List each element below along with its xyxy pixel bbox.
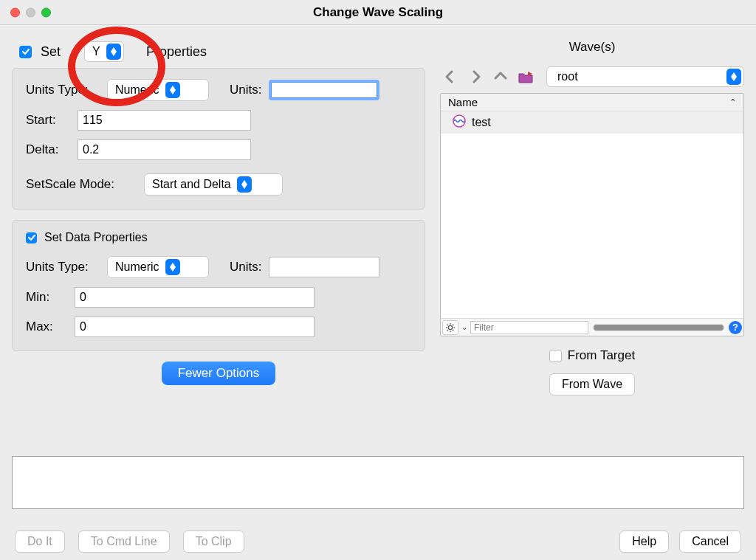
start-label: Start: [26, 113, 70, 128]
root-folder-value: root [554, 70, 725, 83]
max-input[interactable] [75, 317, 315, 337]
svg-line-17 [453, 330, 453, 331]
zoom-window-button[interactable] [41, 7, 51, 17]
svg-marker-3 [170, 90, 176, 94]
to-clip-button[interactable]: To Clip [183, 530, 244, 553]
nav-back-button[interactable] [440, 68, 461, 86]
units-type-value: Numeric [115, 83, 164, 97]
delta-input[interactable] [78, 139, 251, 160]
set-axis-label-suffix: Properties [146, 44, 207, 60]
data-units-type-value: Numeric [115, 260, 164, 274]
gear-menu-button[interactable] [442, 320, 458, 335]
command-textarea[interactable] [12, 456, 744, 509]
nav-up-button[interactable] [490, 68, 511, 86]
do-it-button[interactable]: Do It [15, 530, 65, 553]
waves-list-body[interactable] [441, 134, 743, 318]
set-axis-label-prefix: Set [41, 44, 61, 60]
set-data-properties-checkbox[interactable] [26, 232, 37, 243]
title-bar: Change Wave Scaling [0, 0, 756, 25]
axis-select-value: Y [92, 45, 105, 58]
svg-marker-9 [731, 77, 737, 81]
close-window-button[interactable] [10, 7, 20, 17]
gear-dropdown-icon: ⌄ [461, 323, 467, 331]
svg-line-16 [447, 324, 448, 325]
name-column-header: Name [448, 96, 478, 108]
waves-title: Wave(s) [440, 40, 744, 55]
data-units-input[interactable] [269, 257, 379, 277]
data-properties-panel: Set Data Properties Units Type: Numeric … [12, 220, 425, 351]
setscale-mode-select[interactable]: Start and Delta [144, 173, 283, 196]
start-input[interactable] [78, 110, 251, 131]
help-badge-icon[interactable]: ? [729, 321, 742, 334]
data-units-type-label: Units Type: [26, 260, 100, 274]
right-column: Wave(s) root [440, 32, 744, 457]
from-target-row: From Target [440, 348, 744, 363]
waves-list-footer: ⌄ ? [441, 318, 743, 336]
select-arrows-icon [237, 176, 252, 193]
waves-list-header[interactable]: Name ⌃ [441, 94, 743, 111]
units-label: Units: [230, 83, 261, 97]
svg-marker-1 [111, 52, 117, 56]
wave-icon [453, 114, 466, 131]
data-units-type-select[interactable]: Numeric [107, 256, 209, 278]
set-data-properties-label: Set Data Properties [44, 231, 148, 244]
units-type-select[interactable]: Numeric [107, 79, 209, 101]
units-input[interactable] [269, 80, 379, 100]
svg-marker-5 [241, 184, 247, 189]
data-units-label: Units: [230, 260, 261, 274]
min-label: Min: [26, 290, 67, 305]
wave-item[interactable]: test [441, 111, 743, 134]
left-column: Set Y Properties Units Type: Numeric [12, 32, 425, 457]
svg-line-18 [447, 330, 448, 331]
svg-point-11 [448, 325, 452, 329]
from-target-label: From Target [568, 348, 635, 363]
to-cmd-line-button[interactable]: To Cmd Line [78, 530, 170, 553]
select-arrows-icon [165, 82, 180, 98]
set-axis-header: Set Y Properties [19, 41, 425, 62]
horizontal-scrollbar[interactable] [593, 324, 724, 331]
axis-select[interactable]: Y [84, 41, 124, 62]
cancel-button[interactable]: Cancel [679, 530, 741, 553]
units-type-label: Units Type: [26, 83, 100, 97]
select-arrows-icon [106, 44, 121, 60]
minimize-window-button[interactable] [26, 7, 35, 17]
set-axis-checkbox[interactable] [19, 46, 32, 58]
setscale-mode-value: Start and Delta [152, 178, 236, 191]
waves-nav-row: root [440, 66, 744, 87]
select-arrows-icon [165, 259, 180, 275]
waves-listbox: Name ⌃ test [440, 93, 744, 336]
window-controls [10, 7, 51, 17]
svg-marker-7 [170, 267, 176, 272]
bottom-button-bar: Do It To Cmd Line To Clip Help Cancel [0, 523, 756, 560]
from-target-checkbox[interactable] [549, 350, 562, 362]
nav-forward-button[interactable] [465, 68, 486, 86]
fewer-options-button[interactable]: Fewer Options [162, 362, 276, 385]
delta-label: Delta: [26, 142, 70, 157]
setscale-mode-label: SetScale Mode: [26, 177, 137, 192]
wave-item-label: test [472, 116, 491, 129]
root-folder-select[interactable]: root [546, 66, 744, 87]
nav-folder-button[interactable] [515, 68, 536, 86]
axis-properties-panel: Units Type: Numeric Units: Start: Delta: [12, 68, 425, 210]
window-title: Change Wave Scaling [0, 5, 756, 20]
from-wave-button[interactable]: From Wave [549, 373, 635, 395]
min-input[interactable] [75, 287, 315, 308]
help-button[interactable]: Help [619, 530, 669, 553]
filter-input[interactable] [470, 321, 588, 334]
sort-caret-icon: ⌃ [729, 97, 736, 107]
select-arrows-icon [726, 69, 741, 85]
svg-line-19 [453, 324, 453, 325]
max-label: Max: [26, 319, 67, 334]
